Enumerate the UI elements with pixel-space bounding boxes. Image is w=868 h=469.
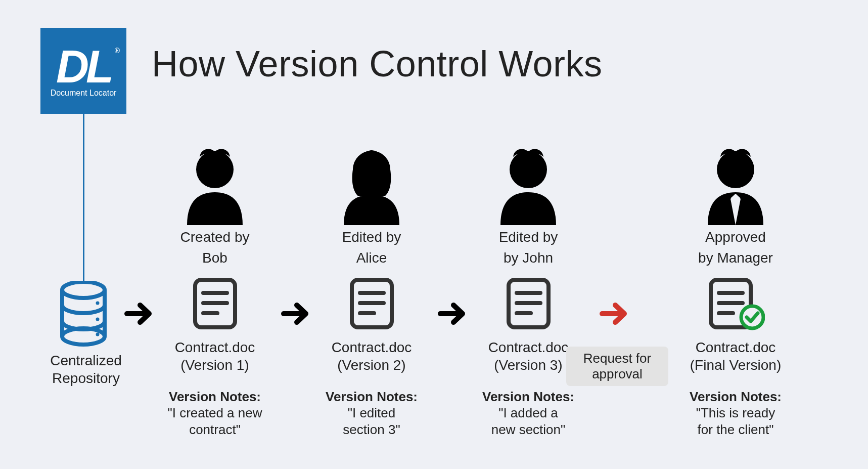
arrow-approval-icon (599, 301, 629, 326)
notes-heading: Version Notes: (313, 389, 430, 405)
notes-heading: Version Notes: (470, 389, 586, 405)
author-line1: Approved (677, 228, 794, 246)
logo-text: DL (56, 41, 111, 92)
page-title: How Version Control Works (152, 43, 602, 84)
registered-mark: ® (115, 47, 117, 54)
notes-line2: for the client" (677, 421, 794, 438)
document-icon (191, 276, 239, 331)
logo: DL ® Document Locator (40, 28, 126, 114)
repo-label: Centralized Repository (38, 352, 134, 387)
notes-line1: "I created a new (157, 405, 273, 421)
notes-line1: "I added a (470, 405, 586, 421)
repo-label-1: Centralized (38, 352, 134, 369)
arrow-icon (124, 301, 154, 326)
repo-label-2: Repository (38, 369, 134, 387)
person-icon (490, 144, 566, 225)
file-name: Contract.doc (677, 338, 794, 356)
stage-version-2: Edited by Alice Contract.doc (Version 2)… (313, 144, 430, 438)
author-line1: Edited by (313, 228, 430, 246)
logo-letters: DL ® (56, 44, 111, 90)
stage-version-1: Created by Bob Contract.doc (Version 1) … (157, 144, 273, 438)
connector-line (83, 114, 84, 281)
stage-version-3: Edited by by John Contract.doc (Version … (470, 144, 586, 438)
author-line2: Alice (313, 249, 430, 267)
file-name: Contract.doc (157, 338, 273, 356)
notes-line2: contract" (157, 421, 273, 438)
author-line2: by John (470, 249, 586, 267)
request-label-2: approval (569, 366, 665, 382)
database-icon (58, 281, 109, 347)
author-line1: Created by (157, 228, 273, 246)
svg-point-4 (96, 333, 100, 336)
notes-line2: section 3" (313, 421, 430, 438)
author-line1: Edited by (470, 228, 586, 246)
file-name: Contract.doc (313, 338, 430, 356)
notes-line1: "This is ready (677, 405, 794, 421)
notes-heading: Version Notes: (677, 389, 794, 405)
manager-icon (698, 144, 773, 225)
version-label: (Version 1) (157, 356, 273, 374)
document-approved-icon (707, 276, 765, 331)
notes-line2: new section" (470, 421, 586, 438)
svg-point-21 (717, 151, 754, 188)
svg-point-3 (96, 318, 100, 321)
document-icon (505, 276, 553, 331)
version-label: (Version 2) (313, 356, 430, 374)
svg-point-16 (510, 151, 547, 188)
author-line2: by Manager (677, 249, 794, 267)
svg-point-0 (62, 282, 105, 298)
request-label-1: Request for (569, 351, 665, 366)
svg-point-2 (96, 302, 100, 305)
arrow-icon (437, 301, 468, 326)
version-label: (Final Version) (677, 356, 794, 374)
arrow-icon (281, 301, 311, 326)
author-line2: Bob (157, 249, 273, 267)
person-icon (334, 144, 409, 225)
stage-final: Approved by Manager Contract.doc (Final … (677, 144, 794, 438)
svg-point-6 (196, 151, 234, 188)
notes-line1: "I edited (313, 405, 430, 421)
request-approval-label: Request for approval (566, 347, 668, 386)
document-icon (348, 276, 396, 331)
notes-heading: Version Notes: (157, 389, 273, 405)
person-icon (177, 144, 253, 225)
diagram-canvas: DL ® Document Locator How Version Contro… (0, 0, 868, 469)
